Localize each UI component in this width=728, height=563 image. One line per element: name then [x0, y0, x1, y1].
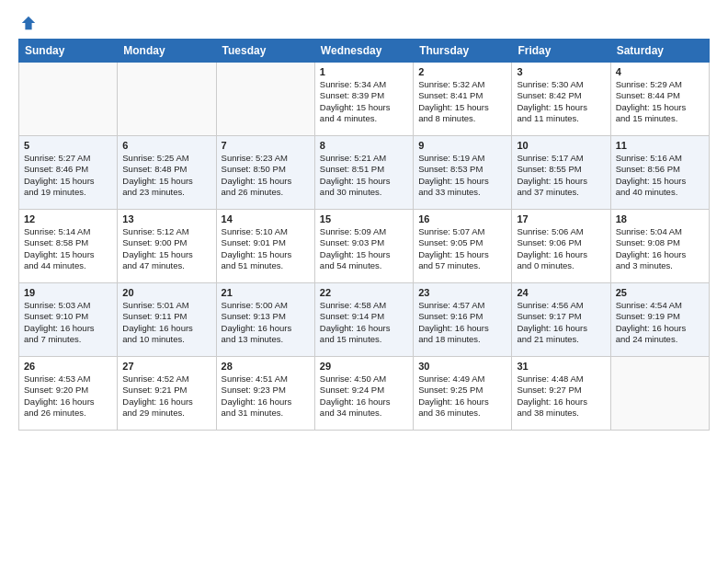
day-number: 29	[320, 361, 408, 372]
calendar-cell	[118, 63, 216, 136]
day-number: 10	[517, 140, 605, 151]
day-info: and 40 minutes.	[616, 187, 704, 198]
day-info: and 31 minutes.	[222, 408, 310, 419]
day-of-week-header: Saturday	[610, 40, 709, 63]
day-info: Sunset: 8:41 PM	[418, 90, 506, 101]
day-number: 16	[418, 213, 506, 224]
day-of-week-header: Tuesday	[216, 40, 314, 63]
day-info: Sunrise: 4:48 AM	[517, 373, 605, 385]
day-info: Sunrise: 5:12 AM	[122, 226, 210, 237]
calendar-cell: 19Sunrise: 5:03 AMSunset: 9:10 PMDayligh…	[19, 283, 118, 357]
day-info: Sunset: 9:05 PM	[418, 237, 506, 248]
day-info: and 44 minutes.	[24, 260, 112, 271]
day-number: 17	[517, 213, 605, 224]
calendar-week-row: 12Sunrise: 5:14 AMSunset: 8:58 PMDayligh…	[19, 210, 710, 283]
days-of-week-row: SundayMondayTuesdayWednesdayThursdayFrid…	[19, 40, 710, 63]
day-info: Sunset: 9:27 PM	[517, 385, 605, 396]
day-number: 11	[616, 140, 704, 151]
day-info: and 23 minutes.	[122, 187, 210, 198]
day-info: Sunset: 9:08 PM	[616, 237, 704, 248]
day-info: and 57 minutes.	[418, 260, 506, 271]
header	[18, 15, 710, 31]
day-info: and 15 minutes.	[320, 334, 408, 345]
calendar-cell: 21Sunrise: 5:00 AMSunset: 9:13 PMDayligh…	[216, 283, 314, 357]
day-info: Sunrise: 4:49 AM	[418, 373, 506, 385]
day-number: 21	[222, 287, 310, 298]
day-info: Sunset: 9:25 PM	[418, 385, 506, 396]
day-info: and 18 minutes.	[418, 334, 506, 345]
calendar-cell: 14Sunrise: 5:10 AMSunset: 9:01 PMDayligh…	[216, 210, 314, 283]
day-info: Daylight: 16 hours	[517, 249, 605, 260]
day-info: Daylight: 15 hours	[222, 176, 310, 187]
calendar-cell: 28Sunrise: 4:51 AMSunset: 9:23 PMDayligh…	[216, 357, 314, 431]
calendar-cell: 16Sunrise: 5:07 AMSunset: 9:05 PMDayligh…	[414, 210, 512, 283]
day-info: Sunset: 8:44 PM	[616, 90, 704, 101]
day-number: 23	[418, 287, 506, 298]
calendar-cell: 4Sunrise: 5:29 AMSunset: 8:44 PMDaylight…	[610, 63, 709, 136]
day-number: 31	[517, 361, 605, 372]
day-info: and 29 minutes.	[122, 408, 210, 419]
day-info: and 13 minutes.	[222, 334, 310, 345]
day-number: 20	[122, 287, 210, 298]
day-info: and 26 minutes.	[24, 408, 112, 419]
day-info: and 33 minutes.	[418, 187, 506, 198]
day-info: Sunset: 9:10 PM	[24, 311, 112, 322]
calendar-week-row: 1Sunrise: 5:34 AMSunset: 8:39 PMDaylight…	[19, 63, 710, 136]
day-info: Sunrise: 5:00 AM	[222, 300, 310, 311]
day-info: Daylight: 16 hours	[616, 249, 704, 260]
day-number: 12	[24, 213, 112, 224]
day-info: Daylight: 15 hours	[517, 102, 605, 113]
day-info: and 8 minutes.	[418, 113, 506, 124]
day-info: Sunset: 8:55 PM	[517, 164, 605, 175]
calendar-body: 1Sunrise: 5:34 AMSunset: 8:39 PMDaylight…	[19, 63, 710, 431]
calendar-cell: 17Sunrise: 5:06 AMSunset: 9:06 PMDayligh…	[512, 210, 610, 283]
day-info: Sunrise: 5:16 AM	[616, 153, 704, 164]
calendar-cell: 22Sunrise: 4:58 AMSunset: 9:14 PMDayligh…	[314, 283, 413, 357]
day-info: Sunset: 8:39 PM	[320, 90, 408, 101]
day-info: Sunset: 9:06 PM	[517, 237, 605, 248]
day-info: Sunset: 9:24 PM	[320, 385, 408, 396]
day-info: and 30 minutes.	[320, 187, 408, 198]
calendar-cell: 3Sunrise: 5:30 AMSunset: 8:42 PMDaylight…	[512, 63, 610, 136]
day-info: Daylight: 15 hours	[24, 176, 112, 187]
calendar-week-row: 26Sunrise: 4:53 AMSunset: 9:20 PMDayligh…	[19, 357, 710, 431]
day-info: Sunset: 9:21 PM	[122, 385, 210, 396]
day-info: and 7 minutes.	[24, 334, 112, 345]
day-info: Daylight: 15 hours	[418, 249, 506, 260]
day-info: Sunrise: 5:06 AM	[517, 226, 605, 237]
day-info: Sunrise: 4:58 AM	[320, 300, 408, 311]
calendar-cell: 8Sunrise: 5:21 AMSunset: 8:51 PMDaylight…	[314, 136, 413, 210]
day-info: and 4 minutes.	[320, 113, 408, 124]
day-number: 9	[418, 140, 506, 151]
day-info: Daylight: 15 hours	[122, 249, 210, 260]
calendar-cell: 23Sunrise: 4:57 AMSunset: 9:16 PMDayligh…	[414, 283, 512, 357]
day-number: 3	[517, 66, 605, 77]
calendar-cell: 24Sunrise: 4:56 AMSunset: 9:17 PMDayligh…	[512, 283, 610, 357]
day-info: Sunrise: 4:57 AM	[418, 300, 506, 311]
day-info: and 38 minutes.	[517, 408, 605, 419]
day-info: Daylight: 15 hours	[616, 102, 704, 113]
day-info: Daylight: 15 hours	[616, 176, 704, 187]
day-info: Sunrise: 4:50 AM	[320, 373, 408, 385]
day-info: Sunset: 8:56 PM	[616, 164, 704, 175]
page: SundayMondayTuesdayWednesdayThursdayFrid…	[0, 0, 728, 445]
day-info: Daylight: 15 hours	[222, 249, 310, 260]
calendar-cell: 7Sunrise: 5:23 AMSunset: 8:50 PMDaylight…	[216, 136, 314, 210]
day-info: Sunset: 8:58 PM	[24, 237, 112, 248]
day-info: Sunset: 9:16 PM	[418, 311, 506, 322]
day-number: 14	[222, 213, 310, 224]
day-number: 2	[418, 66, 506, 77]
day-info: Sunrise: 5:32 AM	[418, 79, 506, 90]
day-info: and 19 minutes.	[24, 187, 112, 198]
day-info: Sunrise: 5:21 AM	[320, 153, 408, 164]
day-info: and 24 minutes.	[616, 334, 704, 345]
calendar-cell: 27Sunrise: 4:52 AMSunset: 9:21 PMDayligh…	[118, 357, 216, 431]
calendar-cell: 18Sunrise: 5:04 AMSunset: 9:08 PMDayligh…	[610, 210, 709, 283]
day-info: Sunrise: 5:09 AM	[320, 226, 408, 237]
day-number: 5	[24, 140, 112, 151]
day-info: Sunset: 9:20 PM	[24, 385, 112, 396]
day-number: 7	[222, 140, 310, 151]
calendar-cell: 11Sunrise: 5:16 AMSunset: 8:56 PMDayligh…	[610, 136, 709, 210]
day-info: Sunrise: 4:52 AM	[122, 373, 210, 385]
day-number: 18	[616, 213, 704, 224]
